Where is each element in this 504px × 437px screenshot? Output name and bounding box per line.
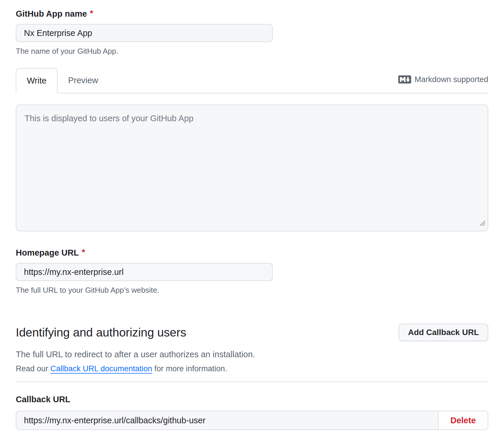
authorization-description: The full URL to redirect to after a user… <box>16 349 488 359</box>
app-name-input[interactable] <box>16 24 273 42</box>
app-name-field: GitHub App name * The name of your GitHu… <box>16 9 488 56</box>
callback-url-input[interactable] <box>16 411 439 429</box>
app-name-help: The name of your GitHub App. <box>16 47 488 56</box>
required-asterisk: * <box>82 248 85 256</box>
app-name-label: GitHub App name * <box>16 9 488 19</box>
callback-docs-link[interactable]: Callback URL documentation <box>51 364 152 373</box>
description-editor <box>16 105 488 231</box>
homepage-url-input[interactable] <box>16 263 273 281</box>
github-app-settings-form: GitHub App name * The name of your GitHu… <box>0 0 504 430</box>
authorization-section-header: Identifying and authorizing users Add Ca… <box>16 324 488 341</box>
callback-url-label: Callback URL <box>16 394 488 404</box>
editor-tabs: Write Preview <box>16 68 109 93</box>
homepage-url-label-text: Homepage URL <box>16 248 79 258</box>
section-divider <box>16 381 488 382</box>
docs-line-prefix: Read our <box>16 364 51 373</box>
resize-handle-icon[interactable] <box>479 220 486 228</box>
callback-url-label-text: Callback URL <box>16 394 70 404</box>
required-asterisk: * <box>90 9 93 18</box>
markdown-supported-note: Markdown supported <box>398 73 488 93</box>
delete-callback-url-button[interactable]: Delete <box>439 411 488 429</box>
tab-write[interactable]: Write <box>16 68 58 93</box>
section-title: Identifying and authorizing users <box>16 325 186 340</box>
description-editor-tabbar: Write Preview Markdown supported <box>16 69 488 93</box>
callback-docs-line: Read our Callback URL documentation for … <box>16 364 488 373</box>
homepage-url-field: Homepage URL * The full URL to your GitH… <box>16 248 488 294</box>
callback-url-row: Delete <box>16 411 488 430</box>
app-name-label-text: GitHub App name <box>16 9 87 19</box>
homepage-url-label: Homepage URL * <box>16 248 488 258</box>
tab-preview[interactable]: Preview <box>58 68 109 93</box>
docs-line-suffix: for more information. <box>152 364 227 373</box>
description-textarea[interactable] <box>16 105 488 231</box>
add-callback-url-button[interactable]: Add Callback URL <box>399 324 488 341</box>
markdown-icon <box>398 73 411 86</box>
markdown-supported-label: Markdown supported <box>415 75 488 84</box>
homepage-url-help: The full URL to your GitHub App’s websit… <box>16 286 488 294</box>
